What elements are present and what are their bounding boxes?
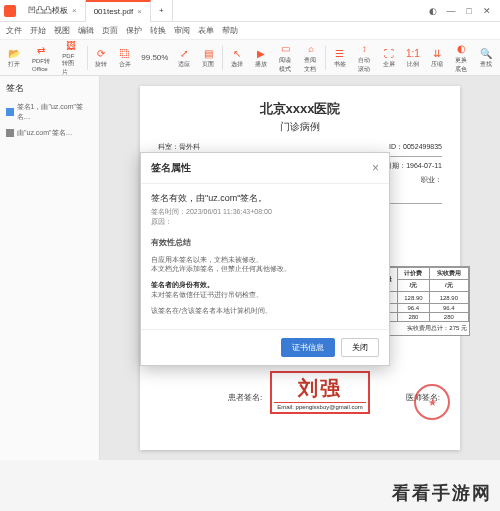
menu-review[interactable]: 审阅 xyxy=(174,25,190,36)
id-field: ID：0052499835 xyxy=(389,142,442,152)
find-button[interactable]: 🔍查找 xyxy=(476,44,496,71)
document-subtitle: 门诊病例 xyxy=(158,120,442,134)
compress-icon: ⇊ xyxy=(430,46,444,60)
new-tab-button[interactable]: + xyxy=(151,0,173,22)
book-icon: ▭ xyxy=(279,42,293,56)
image-icon: 🖼 xyxy=(64,39,78,53)
search-icon: 🔍 xyxy=(479,46,493,60)
pdf-to-image-button[interactable]: 🖼PDF转图片 xyxy=(58,37,82,79)
rotate-icon: ⟳ xyxy=(94,46,108,60)
validity-item: 该签名在/含该签名者本地计算机时间。 xyxy=(151,303,379,319)
maximize-button[interactable]: □ xyxy=(460,2,478,20)
signature-meta: 签名时间：2023/06/01 11:36:43+08:00原因： xyxy=(151,207,379,227)
close-window-button[interactable]: ✕ xyxy=(478,2,496,20)
background-button[interactable]: ◐更换底色 xyxy=(451,40,472,76)
patient-sign-label: 患者签名: xyxy=(228,392,262,403)
rotate-button[interactable]: ⟳旋转 xyxy=(91,44,111,71)
sidebar: 签名 签名1，由"uz.com"签名… 由"uz.com"签名… xyxy=(0,76,100,460)
page-icon: ▤ xyxy=(201,46,215,60)
menu-convert[interactable]: 转换 xyxy=(150,25,166,36)
validity-heading: 有效性总结 xyxy=(151,237,379,248)
fullscreen-button[interactable]: ⛶全屏 xyxy=(379,44,399,71)
menu-view[interactable]: 视图 xyxy=(54,25,70,36)
scale-icon: 1:1 xyxy=(406,46,420,60)
dialog-title: 签名属性 xyxy=(151,161,191,175)
select-button[interactable]: ↖选择 xyxy=(227,44,247,71)
cursor-icon: ↖ xyxy=(230,46,244,60)
menu-page[interactable]: 页面 xyxy=(102,25,118,36)
fit-button[interactable]: ⤢适应 xyxy=(174,44,194,71)
play-icon: ▶ xyxy=(254,46,268,60)
signature-icon xyxy=(6,129,14,137)
menu-form[interactable]: 表单 xyxy=(198,25,214,36)
bookmark-icon: ☰ xyxy=(333,46,347,60)
signature-box[interactable]: 刘强 Email: ppengissboy@gmail.com xyxy=(270,371,370,414)
fullscreen-icon: ⛶ xyxy=(382,46,396,60)
sidebar-signature-2[interactable]: 由"uz.com"签名… xyxy=(6,125,93,141)
hospital-title: 北京xxxx医院 xyxy=(158,100,442,118)
skin-icon[interactable]: ◐ xyxy=(424,2,442,20)
signature-name: 刘强 xyxy=(274,375,366,402)
app-icon xyxy=(4,5,16,17)
app-window: 凹凸凸模板× 001test.pdf× + ◐ — □ ✕ 文件 开始 视图 编… xyxy=(0,0,500,460)
zoom-value[interactable]: 99.50% xyxy=(139,53,170,62)
toolbar: 📂打开 ⇄PDF转Office 🖼PDF转图片 ⟳旋转 ⿻合并 99.50% ⤢… xyxy=(0,40,500,76)
signature-properties-dialog: 签名属性 × 签名有效，由"uz.com"签名。 签名时间：2023/06/01… xyxy=(140,152,390,366)
bookmark-button[interactable]: ☰书签 xyxy=(330,44,350,71)
close-icon[interactable]: × xyxy=(72,6,77,15)
menu-edit[interactable]: 编辑 xyxy=(78,25,94,36)
minimize-button[interactable]: — xyxy=(442,2,460,20)
validity-item: 自应用本签名以来，文档未被修改。本文档允许添加签名，但禁止任何其他修改。 xyxy=(151,252,379,278)
pdf-to-office-button[interactable]: ⇄PDF转Office xyxy=(28,41,54,74)
validity-item: 签名者的身份有效。未对签名做信任证书进行吊销检查。 xyxy=(151,277,379,303)
folder-icon: 📂 xyxy=(7,46,21,60)
palette-icon: ◐ xyxy=(454,42,468,56)
dialog-close-button[interactable]: × xyxy=(372,161,379,175)
page-button[interactable]: ▤页面 xyxy=(198,44,218,71)
close-button[interactable]: 关闭 xyxy=(341,338,379,357)
scroll-icon: ↕ xyxy=(357,42,371,56)
job-field: 职业： xyxy=(421,175,442,185)
menu-help[interactable]: 帮助 xyxy=(222,25,238,36)
merge-icon: ⿻ xyxy=(118,46,132,60)
signature-email: Email: ppengissboy@gmail.com xyxy=(274,402,366,410)
cert-info-button[interactable]: 证书信息 xyxy=(281,338,335,357)
scale-button[interactable]: 1:1比例 xyxy=(403,44,423,71)
play-button[interactable]: ▶播放 xyxy=(251,44,271,71)
scan-icon: ⌕ xyxy=(304,42,318,56)
titlebar: 凹凸凸模板× 001test.pdf× + ◐ — □ ✕ xyxy=(0,0,500,22)
fit-icon: ⤢ xyxy=(177,46,191,60)
menu-file[interactable]: 文件 xyxy=(6,25,22,36)
menu-start[interactable]: 开始 xyxy=(30,25,46,36)
readmode-button[interactable]: ▭阅读模式 xyxy=(275,40,296,76)
sidebar-title: 签名 xyxy=(6,82,93,95)
close-icon[interactable]: × xyxy=(137,7,142,16)
scan-button[interactable]: ⌕查阅文档 xyxy=(300,40,321,76)
open-button[interactable]: 📂打开 xyxy=(4,44,24,71)
pen-icon xyxy=(6,108,14,116)
dept-field: 科室：骨外科 xyxy=(158,142,200,152)
compress-button[interactable]: ⇊压缩 xyxy=(427,44,447,71)
menu-protect[interactable]: 保护 xyxy=(126,25,142,36)
tab-template[interactable]: 凹凸凸模板× xyxy=(20,0,86,22)
tab-document[interactable]: 001test.pdf× xyxy=(86,0,151,22)
hospital-seal xyxy=(414,384,450,420)
merge-button[interactable]: ⿻合并 xyxy=(115,44,135,71)
signature-status: 签名有效，由"uz.com"签名。 xyxy=(151,192,379,205)
sidebar-signature-1[interactable]: 签名1，由"uz.com"签名… xyxy=(6,99,93,125)
auto-scroll-button[interactable]: ↕自动滚动 xyxy=(354,40,375,76)
convert-icon: ⇄ xyxy=(34,43,48,57)
watermark: 看看手游网 xyxy=(392,481,492,505)
